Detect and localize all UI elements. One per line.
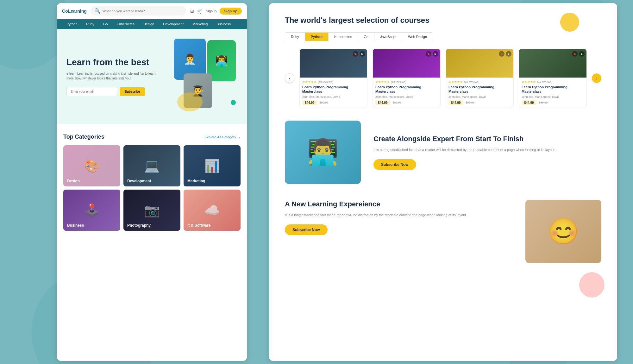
course-thumb-icons-4: 🔖 ▶	[572, 51, 585, 57]
create-section: 👨‍💻 Create Alongside Expert From Start T…	[285, 121, 601, 184]
course-thumb-4: 🔖 ▶	[519, 49, 586, 78]
course-card-2[interactable]: 🔖 ▶ ★★★★★ (4k reviews) Learn Python Prog…	[373, 49, 441, 108]
tab-webdesign[interactable]: Web Design	[402, 33, 433, 41]
nav-business[interactable]: Business	[212, 19, 235, 29]
course-author-2: John doe, Mario speed, David	[375, 95, 438, 98]
carousel-prev-button[interactable]: ‹	[285, 73, 294, 83]
navbar: CoLearning 🔍 ⊞ 🛒 Sign In Sign Up	[57, 3, 247, 19]
software-icon: ☁️	[204, 203, 220, 218]
categories-section: Top Categories Explore All Category → 🎨 …	[57, 124, 247, 237]
nav-ruby[interactable]: Ruby	[82, 19, 99, 29]
hero-text: Learn from the best e-learn Learning is …	[66, 57, 161, 97]
course-tabs: Ruby Python Kubernetes Go JavaScript Web…	[285, 32, 433, 41]
tab-go[interactable]: Go	[358, 33, 374, 41]
create-subscribe-button[interactable]: Subscribe Now	[373, 159, 416, 170]
category-development[interactable]: 💻 Development	[123, 145, 180, 186]
subscribe-button[interactable]: Subscribe	[120, 87, 145, 96]
bookmark-icon[interactable]: 🔖	[353, 51, 358, 57]
new-learning-content: A New Learning Expereience It is a long …	[285, 200, 513, 235]
expert-person-icon: 👨‍💻	[307, 137, 339, 167]
explore-link[interactable]: Explore All Category →	[204, 135, 241, 139]
new-learning-subscribe-button[interactable]: Subscribe Now	[285, 224, 328, 235]
decor-yellow-circle	[560, 13, 579, 32]
course-author-4: John doe, Mario speed, David	[522, 95, 584, 98]
category-development-label: Development	[127, 179, 151, 183]
category-design[interactable]: 🎨 Design	[63, 145, 120, 186]
search-bar[interactable]: 🔍	[91, 6, 186, 16]
reviews-4: (4k reviews)	[537, 80, 553, 84]
star-row-2: ★★★★★ (4k reviews)	[375, 80, 438, 84]
tab-ruby[interactable]: Ruby	[285, 33, 305, 41]
hero-description: e-learn Learning is focused on making it…	[66, 71, 161, 81]
price-current-1: $44.99	[302, 100, 317, 105]
nav-icons: ⊞ 🛒 Sign In Sign Up	[190, 8, 242, 15]
category-photography-label: Photography	[127, 223, 151, 228]
course-thumb-3: 🔖 ▶	[446, 49, 513, 78]
category-marketing-label: Marketing	[187, 179, 205, 183]
carousel-next-button[interactable]: ›	[592, 73, 601, 83]
category-business[interactable]: 🕹️ Business	[63, 190, 120, 231]
email-input[interactable]	[66, 87, 117, 96]
category-marketing[interactable]: 📊 Marketing	[184, 145, 241, 186]
filter-icon[interactable]: ⊞	[190, 9, 194, 14]
bookmark-icon-4[interactable]: 🔖	[572, 51, 578, 57]
play-icon-4[interactable]: ▶	[579, 51, 585, 57]
nav-python[interactable]: Python	[62, 19, 82, 29]
price-old-1: $89.99	[320, 101, 329, 104]
search-input[interactable]	[103, 9, 183, 13]
course-card-4[interactable]: 🔖 ▶ ★★★★★ (4k reviews) Learn Python Prog…	[519, 49, 587, 108]
course-info-1: ★★★★★ (4k reviews) Learn Python Programm…	[300, 78, 367, 108]
reviews-2: (4k reviews)	[391, 80, 406, 84]
bookmark-icon-3[interactable]: 🔖	[499, 51, 505, 57]
tab-javascript[interactable]: JavaScript	[374, 33, 402, 41]
logo: CoLearning	[62, 9, 87, 14]
play-icon-2[interactable]: ▶	[433, 51, 438, 57]
cart-icon[interactable]: 🛒	[197, 9, 203, 14]
new-learning-description: It is a long established fact that a rea…	[285, 212, 513, 218]
price-old-2: $89.99	[393, 101, 402, 104]
create-image: 👨‍💻	[285, 121, 361, 184]
category-business-label: Business	[67, 223, 84, 228]
nav-go[interactable]: Go	[99, 19, 112, 29]
course-info-2: ★★★★★ (4k reviews) Learn Python Programm…	[373, 78, 440, 108]
play-icon[interactable]: ▶	[360, 51, 365, 57]
nav-kubernetes[interactable]: Kubernetes	[112, 19, 139, 29]
price-current-2: $44.99	[375, 100, 390, 105]
course-card-3[interactable]: 🔖 ▶ ★★★★★ (4k reviews) Learn Python Prog…	[446, 49, 514, 108]
stars-2: ★★★★★	[375, 80, 390, 84]
course-prices-2: $44.99 $89.99	[375, 100, 438, 105]
right-main-title: The world's largest selection of courses	[285, 16, 601, 25]
category-software-label: It & Software	[187, 223, 210, 228]
hero-section: Learn from the best e-learn Learning is …	[57, 29, 247, 124]
category-software[interactable]: ☁️ It & Software	[184, 190, 241, 231]
hero-blob	[177, 92, 203, 111]
course-name-1: Learn Python Programming Masterclass	[302, 85, 365, 94]
course-thumb-icons-3: 🔖 ▶	[499, 51, 511, 57]
nav-development[interactable]: Development	[159, 19, 188, 29]
category-photography[interactable]: 📷 Photography	[123, 190, 180, 231]
course-prices-4: $44.99 $89.99	[522, 100, 584, 105]
bookmark-icon-2[interactable]: 🔖	[426, 51, 431, 57]
course-card-1[interactable]: 🔖 ▶ ★★★★★ (4k reviews) Learn Python Prog…	[299, 49, 367, 108]
courses-row: ‹ 🔖 ▶ ★★★★★ (4k reviews) Learn Python Pr…	[285, 49, 601, 108]
new-learning-section: A New Learning Expereience It is a long …	[285, 200, 601, 263]
create-description: It is a long established fact that a rea…	[373, 147, 601, 153]
course-thumb-2: 🔖 ▶	[373, 49, 440, 78]
stars-4: ★★★★★	[522, 80, 536, 84]
tab-python[interactable]: Python	[305, 33, 329, 41]
nav-design[interactable]: Design	[139, 19, 159, 29]
star-row-3: ★★★★★ (4k reviews)	[448, 80, 511, 84]
course-author-3: John doe, Mario speed, David	[448, 95, 511, 98]
reviews-1: (4k reviews)	[318, 80, 333, 84]
play-icon-3[interactable]: ▶	[506, 51, 511, 57]
development-icon: 💻	[144, 159, 160, 173]
tab-kubernetes[interactable]: Kubernetes	[329, 33, 358, 41]
hero-title: Learn from the best	[66, 57, 161, 68]
nav-marketing[interactable]: Marketing	[188, 19, 212, 29]
signup-button[interactable]: Sign Up	[220, 8, 242, 15]
hero-images: 👨‍💼 👨‍💻 👨‍🎓	[168, 39, 237, 115]
new-learning-image: 😊	[525, 200, 601, 263]
signin-button[interactable]: Sign In	[206, 9, 216, 13]
right-panel: The world's largest selection of courses…	[269, 3, 617, 361]
stars-1: ★★★★★	[302, 80, 316, 84]
